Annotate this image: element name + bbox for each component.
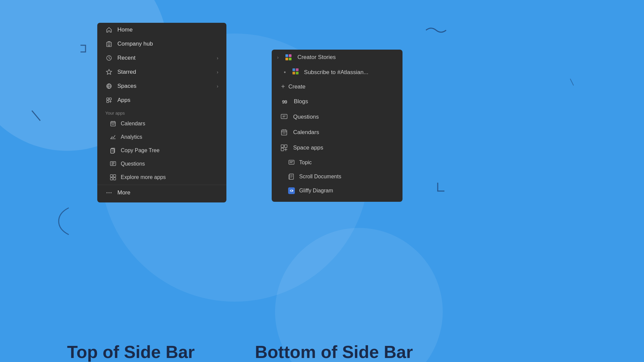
svg-rect-38 [283, 133, 283, 133]
starred-chevron: › [217, 69, 218, 75]
company-hub-label: Company hub [117, 41, 218, 47]
right-sub-item-gliffy[interactable]: Gliffy Diagram [272, 184, 402, 198]
explore-more-apps-label: Explore more apps [121, 174, 166, 180]
svg-rect-16 [114, 124, 114, 125]
svg-rect-40 [285, 133, 285, 133]
svg-rect-39 [284, 133, 284, 133]
svg-rect-45 [289, 174, 293, 179]
svg-point-25 [107, 192, 108, 193]
calendars-sub-label: Calendars [121, 121, 145, 127]
recent-chevron: › [217, 55, 218, 61]
topic-label: Topic [299, 160, 312, 166]
subscribe-icon [292, 68, 299, 77]
svg-point-47 [291, 190, 292, 191]
sub-item-questions[interactable]: Questions [97, 157, 226, 171]
svg-rect-3 [110, 44, 110, 44]
svg-rect-35 [296, 72, 299, 74]
your-apps-label: Your apps [97, 107, 226, 117]
svg-rect-21 [110, 175, 113, 177]
svg-rect-10 [107, 98, 109, 100]
sidebar-item-apps[interactable]: Apps [97, 93, 226, 107]
svg-rect-28 [285, 54, 288, 57]
gliffy-icon [288, 187, 295, 194]
right-calendars-icon [280, 128, 288, 137]
apps-icon [105, 97, 113, 104]
svg-rect-43 [281, 148, 284, 151]
clock-icon [105, 54, 113, 62]
right-calendars-label: Calendars [293, 129, 319, 136]
gliffy-diagram-label: Gliffy Diagram [299, 188, 333, 194]
svg-rect-6 [109, 45, 109, 47]
left-sidebar-panel: Home Company hub Recent › [97, 23, 226, 202]
right-item-blogs[interactable]: 99 Blogs [272, 94, 402, 109]
right-item-subscribe[interactable]: • Subscribe to #Atlassian... [272, 65, 402, 79]
copy-page-tree-label: Copy Page Tree [121, 147, 160, 154]
creator-stories-label: Creator Stories [298, 54, 336, 61]
sub-item-calendars[interactable]: Calendars [97, 117, 226, 130]
blogs-label: Blogs [294, 98, 308, 105]
explore-apps-icon [109, 174, 117, 181]
svg-point-26 [109, 192, 110, 193]
sub-item-explore-apps[interactable]: Explore more apps [97, 171, 226, 184]
space-apps-icon [280, 143, 288, 152]
spaces-chevron: › [217, 83, 218, 89]
sidebar-item-more[interactable]: More [97, 186, 226, 200]
svg-point-27 [111, 192, 112, 193]
svg-rect-14 [112, 124, 112, 125]
svg-rect-2 [109, 44, 109, 44]
globe-icon [105, 82, 113, 90]
svg-rect-24 [113, 178, 116, 180]
bottom-of-sidebar-label: Bottom of Side Bar [255, 342, 413, 362]
svg-rect-23 [110, 178, 113, 180]
sub-item-analytics[interactable]: Analytics [97, 130, 226, 144]
subscribe-label: Subscribe to #Atlassian... [304, 69, 368, 76]
right-item-questions[interactable]: Questions [272, 109, 402, 125]
sidebar-item-company-hub[interactable]: Company hub [97, 37, 226, 51]
svg-rect-32 [292, 68, 295, 71]
copy-page-icon [109, 147, 117, 154]
svg-rect-12 [107, 101, 109, 103]
svg-rect-37 [281, 130, 287, 135]
create-label: Create [288, 83, 306, 90]
right-item-create[interactable]: + Create [272, 79, 402, 94]
spaces-label: Spaces [117, 83, 212, 89]
building-icon [105, 40, 113, 48]
svg-rect-1 [108, 44, 108, 44]
home-icon [105, 26, 113, 34]
create-plus-icon: + [281, 83, 285, 90]
topic-icon [288, 159, 295, 166]
right-sub-item-topic[interactable]: Topic [272, 156, 402, 170]
right-questions-label: Questions [293, 114, 319, 120]
right-item-space-apps[interactable]: Space apps [272, 140, 402, 156]
subscribe-dot: • [284, 69, 286, 75]
sub-item-copy-page-tree[interactable]: Copy Page Tree [97, 144, 226, 157]
svg-rect-29 [289, 54, 291, 57]
right-sidebar-panel: › Creator Stories • Subscribe to #Atlass… [272, 50, 402, 202]
svg-rect-42 [284, 145, 287, 147]
svg-rect-11 [109, 98, 111, 100]
sidebar-item-starred[interactable]: Starred › [97, 65, 226, 79]
more-label: More [117, 189, 218, 196]
sidebar-item-home[interactable]: Home [97, 23, 226, 37]
svg-rect-33 [296, 68, 299, 71]
apps-label: Apps [117, 97, 218, 104]
right-item-creator-stories[interactable]: › Creator Stories [272, 50, 402, 65]
svg-rect-22 [113, 175, 116, 177]
questions-sub-label: Questions [121, 161, 145, 167]
svg-rect-44 [289, 160, 294, 164]
blogs-icon: 99 [280, 97, 289, 106]
sidebar-item-spaces[interactable]: Spaces › [97, 79, 226, 93]
space-apps-label: Space apps [293, 144, 323, 151]
calendar-icon [109, 120, 117, 127]
right-sub-item-scroll-docs[interactable]: Scroll Documents [272, 170, 402, 184]
scroll-documents-label: Scroll Documents [299, 174, 341, 180]
svg-rect-5 [110, 45, 110, 46]
starred-label: Starred [117, 69, 212, 75]
svg-rect-36 [281, 114, 287, 119]
svg-rect-13 [111, 122, 115, 126]
top-of-sidebar-label: Top of Side Bar [67, 342, 195, 362]
svg-rect-41 [281, 145, 284, 147]
right-item-calendars[interactable]: Calendars [272, 125, 402, 140]
sidebar-item-recent[interactable]: Recent › [97, 51, 226, 65]
svg-rect-15 [113, 124, 113, 125]
